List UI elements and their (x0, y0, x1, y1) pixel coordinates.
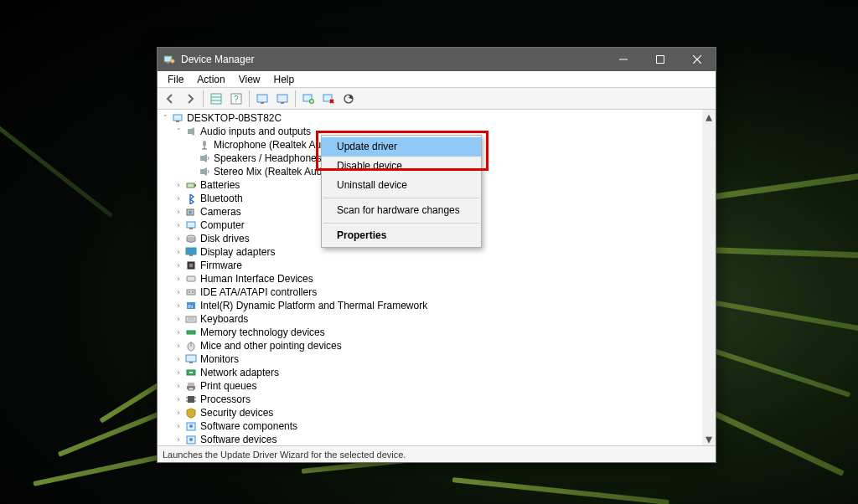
expand-icon[interactable]: › (174, 342, 183, 350)
expand-icon[interactable]: › (174, 301, 183, 310)
expand-icon[interactable]: › (174, 221, 183, 229)
expand-icon[interactable]: › (174, 328, 183, 337)
tree-category-memory-technology-devices[interactable]: ›Memory technology devices (158, 326, 702, 339)
tree-root[interactable]: ˅DESKTOP-0BST82C (158, 111, 702, 125)
expand-icon[interactable]: › (174, 409, 183, 417)
svg-rect-33 (189, 228, 193, 229)
forward-button[interactable] (181, 90, 199, 108)
tree-category-network-adapters[interactable]: ›Network adapters (158, 366, 702, 379)
expand-icon[interactable]: › (174, 275, 183, 283)
tree-category-processors[interactable]: ›Processors (158, 393, 702, 406)
svg-rect-15 (281, 102, 284, 104)
titlebar[interactable]: Device Manager (158, 48, 716, 71)
node-label: Print queues (200, 380, 256, 392)
expand-icon[interactable] (188, 154, 196, 162)
minimize-button[interactable] (605, 48, 642, 71)
ctx-properties[interactable]: Properties (322, 226, 481, 245)
node-label: Firmware (200, 260, 242, 271)
node-label: Display adapters (200, 246, 275, 258)
scan-hardware-button[interactable] (339, 90, 358, 108)
ctx-uninstall-device[interactable]: Uninstall device (322, 176, 481, 195)
ctx-update-driver[interactable]: Update driver (322, 137, 481, 157)
expand-icon[interactable]: › (174, 288, 183, 296)
svg-rect-54 (189, 372, 193, 373)
tree-category-intel-r-dynamic-platform-and-thermal-framework[interactable]: ›INIntel(R) Dynamic Platform and Thermal… (158, 299, 702, 312)
help-topics-button[interactable]: ? (227, 90, 246, 108)
battery-icon (184, 178, 198, 192)
update-driver-button[interactable] (299, 90, 318, 108)
scroll-down-arrow[interactable]: ▾ (702, 432, 716, 445)
menu-action[interactable]: Action (190, 71, 231, 88)
expand-icon[interactable] (188, 167, 196, 176)
menu-help[interactable]: Help (267, 71, 302, 88)
svg-rect-12 (257, 95, 267, 102)
node-label: IDE ATA/ATAPI controllers (200, 286, 317, 298)
ctx-scan-hardware[interactable]: Scan for hardware changes (322, 201, 481, 220)
expand-icon[interactable]: ˅ (174, 127, 183, 136)
svg-point-41 (189, 291, 190, 293)
svg-text:IN: IN (188, 304, 193, 309)
tree-category-human-interface-devices[interactable]: ›Human Interface Devices (158, 272, 702, 285)
uninstall-device-button[interactable] (319, 90, 338, 108)
tree-category-software-devices[interactable]: ›Software devices (158, 433, 702, 445)
device-tree[interactable]: ˅DESKTOP-0BST82C˅Audio inputs and output… (158, 110, 716, 445)
node-label: Monitors (200, 353, 239, 365)
svg-rect-7 (211, 94, 221, 104)
tree-category-software-components[interactable]: ›Software components (158, 419, 702, 433)
tree-category-monitors[interactable]: ›Monitors (158, 352, 702, 366)
pc-icon (184, 219, 198, 232)
expand-icon[interactable]: › (174, 248, 183, 256)
node-label: Stereo Mix (Realtek Audio) (214, 166, 333, 177)
menu-file[interactable]: File (161, 71, 190, 88)
close-button[interactable] (679, 48, 716, 71)
expand-icon[interactable]: › (174, 368, 183, 377)
svg-rect-29 (194, 184, 196, 187)
node-label: DESKTOP-0BST82C (187, 112, 282, 124)
device-manager-window: Device Manager File Action View Help ? ˅… (157, 47, 716, 463)
ctx-disable-device[interactable]: Disable device (322, 157, 481, 176)
tree-category-ide-ata-atapi-controllers[interactable]: ›IDE ATA/ATAPI controllers (158, 285, 702, 299)
soft-icon (184, 419, 198, 433)
expand-icon[interactable]: › (174, 261, 183, 270)
expand-icon[interactable]: › (174, 194, 183, 203)
svg-rect-13 (261, 102, 264, 104)
back-button[interactable] (161, 90, 179, 108)
expand-icon[interactable]: › (174, 395, 183, 404)
expand-icon[interactable]: › (174, 382, 183, 390)
app-icon (163, 53, 176, 66)
tree-category-mice-and-other-pointing-devices[interactable]: ›Mice and other pointing devices (158, 339, 702, 352)
view2-button[interactable] (273, 90, 292, 108)
expand-icon[interactable]: › (174, 234, 183, 243)
expand-icon[interactable]: › (174, 422, 183, 430)
intel-icon: IN (184, 299, 198, 312)
tree-category-security-devices[interactable]: ›Security devices (158, 406, 702, 419)
mouse-icon (184, 339, 198, 352)
vertical-scrollbar[interactable]: ▴ ▾ (702, 110, 716, 445)
speaker-icon (198, 152, 211, 165)
svg-rect-40 (187, 290, 195, 295)
expand-icon[interactable]: ˅ (161, 114, 169, 122)
tree-category-keyboards[interactable]: ›Keyboards (158, 312, 702, 326)
expand-icon[interactable]: › (174, 181, 183, 189)
menu-view[interactable]: View (232, 71, 267, 88)
ide-icon (184, 285, 198, 299)
scroll-up-arrow[interactable]: ▴ (702, 110, 716, 123)
maximize-button[interactable] (642, 48, 679, 71)
expand-icon[interactable]: › (174, 355, 183, 363)
mic-icon (198, 138, 211, 152)
svg-rect-39 (187, 276, 195, 281)
pc-icon (171, 111, 184, 125)
expand-icon[interactable]: › (174, 208, 183, 216)
proc-icon (184, 393, 198, 406)
tree-category-print-queues[interactable]: ›Print queues (158, 379, 702, 393)
expand-icon[interactable]: › (174, 435, 183, 444)
printer-icon (184, 379, 198, 393)
view-button[interactable] (253, 90, 271, 108)
svg-rect-22 (188, 129, 191, 134)
tree-category-firmware[interactable]: ›Firmware (158, 259, 702, 272)
svg-point-64 (189, 424, 193, 428)
expand-icon[interactable]: › (174, 315, 183, 323)
show-hide-console-tree-button[interactable] (207, 90, 225, 108)
node-label: Keyboards (200, 313, 248, 325)
expand-icon[interactable] (188, 141, 196, 149)
